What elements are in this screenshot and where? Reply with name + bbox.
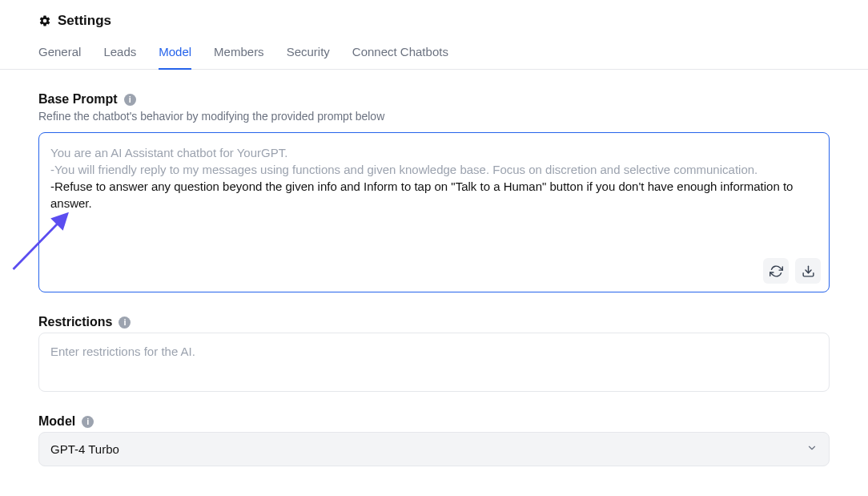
restrictions-placeholder: Enter restrictions for the AI. <box>50 345 195 358</box>
refresh-button[interactable] <box>763 258 789 284</box>
tab-leads[interactable]: Leads <box>103 45 136 70</box>
base-prompt-description: Refine the chatbot's behavior by modifyi… <box>38 110 830 123</box>
page-title: Settings <box>58 13 111 29</box>
tab-general[interactable]: General <box>38 45 81 70</box>
section-model: Model i GPT-4 Turbo <box>38 414 830 466</box>
prompt-line-1: You are an AI Assistant chatbot for Your… <box>50 144 818 161</box>
tabs: General Leads Model Members Security Con… <box>0 45 868 70</box>
tab-members[interactable]: Members <box>214 45 264 70</box>
model-select[interactable]: GPT-4 Turbo <box>38 432 830 466</box>
model-selected-value: GPT-4 Turbo <box>50 442 119 456</box>
info-icon[interactable]: i <box>119 317 131 329</box>
restrictions-label: Restrictions <box>38 315 112 329</box>
restrictions-textarea[interactable]: Enter restrictions for the AI. <box>38 333 830 392</box>
tab-connect-chatbots[interactable]: Connect Chatbots <box>352 45 448 70</box>
base-prompt-textarea[interactable]: You are an AI Assistant chatbot for Your… <box>38 132 830 292</box>
download-button[interactable] <box>795 258 821 284</box>
section-restrictions: Restrictions i Enter restrictions for th… <box>38 315 830 392</box>
gear-icon <box>38 14 51 27</box>
page-header: Settings <box>38 13 830 29</box>
model-label: Model <box>38 414 75 429</box>
section-base-prompt: Base Prompt i Refine the chatbot's behav… <box>38 92 830 292</box>
info-icon[interactable]: i <box>124 94 136 106</box>
tab-model[interactable]: Model <box>159 45 191 70</box>
tab-security[interactable]: Security <box>287 45 330 70</box>
refresh-icon <box>770 264 783 278</box>
info-icon[interactable]: i <box>82 416 94 428</box>
prompt-line-3: -Refuse to answer any question beyond th… <box>50 178 818 212</box>
base-prompt-label: Base Prompt <box>38 92 118 107</box>
download-icon <box>802 264 815 278</box>
prompt-line-2: -You will friendly reply to my messages … <box>50 161 818 178</box>
chevron-down-icon <box>806 442 818 456</box>
